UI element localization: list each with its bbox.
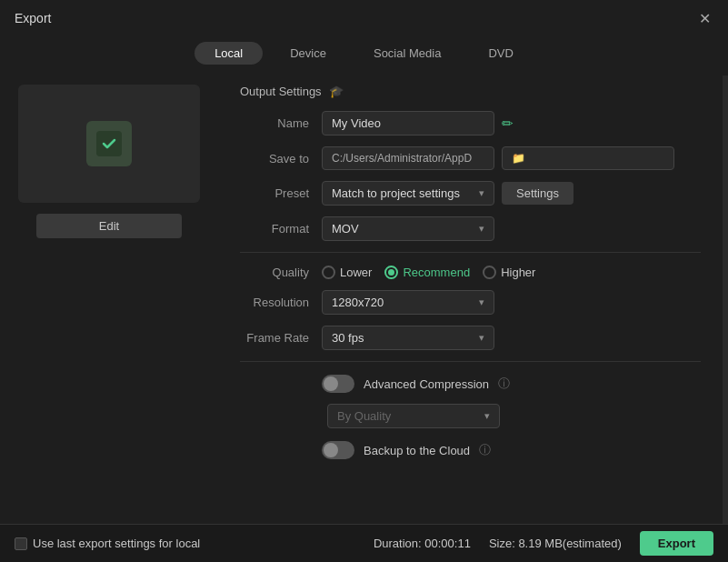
- quality-lower-option[interactable]: Lower: [322, 266, 372, 279]
- bottom-bar: Use last export settings for local Durat…: [0, 524, 728, 562]
- tab-dvd[interactable]: DVD: [468, 42, 533, 65]
- resolution-row: Resolution 1280x720 ▾: [240, 290, 701, 315]
- tab-bar: Local Device Social Media DVD: [0, 36, 728, 75]
- size-label: Size: 8.19 MB(estimated): [489, 537, 622, 550]
- by-quality-select[interactable]: By Quality ▾: [327, 404, 500, 428]
- preset-select-container: Match to project settings ▾ Settings: [322, 181, 701, 206]
- advanced-compression-toggle-container: Advanced Compression ⓘ: [322, 375, 701, 393]
- divider-2: [240, 361, 701, 362]
- quality-recommend-option[interactable]: Recommend: [384, 266, 470, 279]
- quality-label: Quality: [240, 266, 322, 279]
- bottom-info: Duration: 00:00:11 Size: 8.19 MB(estimat…: [374, 531, 713, 556]
- tab-local[interactable]: Local: [194, 42, 263, 65]
- backup-cloud-help-icon[interactable]: ⓘ: [479, 442, 491, 458]
- backup-cloud-toggle-container: Backup to the Cloud ⓘ: [322, 441, 701, 459]
- quality-higher-label: Higher: [501, 266, 535, 279]
- by-quality-chevron-icon: ▾: [484, 410, 490, 422]
- app-title: Export: [15, 11, 51, 25]
- quality-recommend-radio[interactable]: [384, 266, 398, 279]
- backup-cloud-toggle[interactable]: [322, 441, 354, 459]
- resolution-chevron-icon: ▾: [479, 296, 484, 308]
- quality-radio-group: Lower Recommend Higher: [322, 266, 701, 279]
- last-settings-label: Use last export settings for local: [33, 537, 200, 550]
- quality-higher-option[interactable]: Higher: [483, 266, 535, 279]
- preview-icon: [86, 121, 132, 166]
- frame-rate-chevron-icon: ▾: [479, 332, 484, 344]
- resolution-label: Resolution: [240, 296, 322, 309]
- name-label: Name: [240, 116, 322, 130]
- main-layout: Edit Output Settings 🎓 Name ✏ Save to C:…: [0, 75, 728, 547]
- save-to-field: C:/Users/Administrator/AppD 📁: [322, 146, 701, 170]
- bottom-left: Use last export settings for local: [15, 537, 200, 550]
- name-input[interactable]: [322, 111, 494, 135]
- quality-lower-radio[interactable]: [322, 266, 335, 279]
- title-bar: Export ✕: [0, 0, 728, 36]
- save-to-path: C:/Users/Administrator/AppD: [322, 146, 494, 170]
- frame-rate-select-container: 30 fps ▾: [322, 326, 701, 350]
- format-label: Format: [240, 222, 322, 236]
- preset-select[interactable]: Match to project settings ▾: [322, 181, 494, 206]
- preset-label: Preset: [240, 186, 322, 200]
- tab-device[interactable]: Device: [270, 42, 346, 65]
- left-panel: Edit: [0, 75, 218, 547]
- advanced-compression-label: Advanced Compression: [364, 377, 489, 391]
- quality-recommend-radio-inner: [388, 269, 394, 276]
- name-row: Name ✏: [240, 111, 701, 135]
- duration-label: Duration: 00:00:11: [374, 537, 471, 550]
- quality-recommend-label: Recommend: [403, 266, 470, 279]
- tab-social-media[interactable]: Social Media: [354, 42, 461, 65]
- preset-chevron-icon: ▾: [479, 187, 484, 199]
- scrollbar[interactable]: [723, 75, 728, 547]
- resolution-select[interactable]: 1280x720 ▾: [322, 290, 494, 315]
- frame-rate-select[interactable]: 30 fps ▾: [322, 326, 494, 350]
- frame-rate-row: Frame Rate 30 fps ▾: [240, 326, 701, 350]
- settings-button[interactable]: Settings: [502, 182, 573, 205]
- export-button[interactable]: Export: [640, 531, 713, 556]
- format-select[interactable]: MOV ▾: [322, 216, 494, 241]
- advanced-compression-toggle[interactable]: [322, 375, 354, 393]
- settings-hat-icon: 🎓: [329, 85, 344, 98]
- folder-icon[interactable]: 📁: [502, 146, 674, 170]
- frame-rate-label: Frame Rate: [240, 331, 322, 345]
- ai-edit-icon[interactable]: ✏: [502, 115, 514, 132]
- backup-toggle-knob: [324, 443, 338, 457]
- preset-row: Preset Match to project settings ▾ Setti…: [240, 181, 701, 206]
- backup-cloud-row: Backup to the Cloud ⓘ: [240, 441, 701, 459]
- advanced-compression-row: Advanced Compression ⓘ: [240, 375, 701, 393]
- save-to-row: Save to C:/Users/Administrator/AppD 📁: [240, 146, 701, 170]
- advanced-compression-help-icon[interactable]: ⓘ: [498, 376, 510, 392]
- save-to-label: Save to: [240, 152, 322, 166]
- preview-box: [18, 85, 200, 203]
- close-button[interactable]: ✕: [695, 9, 713, 27]
- format-select-container: MOV ▾: [322, 216, 701, 241]
- name-field-container: ✏: [322, 111, 701, 135]
- last-settings-checkbox[interactable]: [15, 537, 27, 550]
- svg-rect-0: [96, 131, 122, 156]
- quality-lower-label: Lower: [340, 266, 372, 279]
- divider-1: [240, 252, 701, 253]
- output-settings-title: Output Settings 🎓: [240, 85, 701, 98]
- quality-row: Quality Lower Recommend: [240, 266, 701, 279]
- resolution-select-container: 1280x720 ▾: [322, 290, 701, 315]
- quality-higher-radio[interactable]: [483, 266, 496, 279]
- backup-cloud-label: Backup to the Cloud: [364, 444, 470, 457]
- edit-button[interactable]: Edit: [36, 214, 182, 238]
- toggle-knob: [324, 376, 338, 391]
- format-chevron-icon: ▾: [479, 223, 484, 235]
- format-row: Format MOV ▾: [240, 216, 701, 241]
- right-panel: Output Settings 🎓 Name ✏ Save to C:/User…: [218, 75, 723, 547]
